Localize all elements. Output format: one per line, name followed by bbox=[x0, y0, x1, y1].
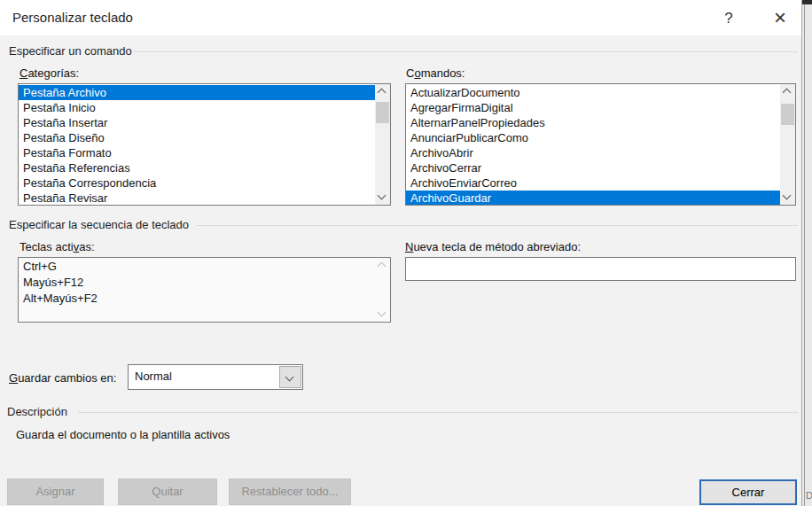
commands-rows: ActualizarDocumento AgregarFirmaDigital … bbox=[406, 85, 780, 206]
new-key-label: Nueva tecla de método abreviado: bbox=[405, 240, 581, 253]
description-text: Guarda el documento o la plantilla activ… bbox=[16, 428, 230, 441]
list-item[interactable]: Pestaña Insertar bbox=[19, 115, 375, 130]
list-item[interactable]: ArchivoCerrar bbox=[406, 160, 780, 175]
list-item[interactable]: Pestaña Formato bbox=[19, 145, 375, 160]
remove-button[interactable]: Quitar bbox=[118, 479, 217, 505]
label-accel: N bbox=[405, 240, 413, 253]
categories-scrollbar[interactable] bbox=[375, 84, 390, 205]
label-text: C bbox=[406, 66, 414, 80]
list-item[interactable]: Pestaña Correspondencia bbox=[19, 175, 375, 191]
list-item[interactable]: Ctrl+G bbox=[19, 259, 375, 275]
categories-rows: Pestaña Archivo Pestaña Inicio Pestaña I… bbox=[19, 85, 375, 206]
active-keys-scrollbar[interactable] bbox=[375, 258, 390, 322]
label-accel: C bbox=[20, 66, 27, 80]
list-item[interactable]: AgregarFirmaDigital bbox=[406, 100, 780, 115]
scrollbar-thumb[interactable] bbox=[376, 102, 389, 123]
scroll-up-icon[interactable] bbox=[780, 84, 795, 99]
categories-list: Pestaña Archivo Pestaña Inicio Pestaña I… bbox=[18, 83, 391, 206]
chevron-up-icon bbox=[378, 89, 386, 97]
list-item[interactable]: ArchivoGuardar bbox=[406, 191, 780, 206]
list-item[interactable]: ArchivoAbrir bbox=[406, 145, 780, 160]
active-keys-rows: Ctrl+G Mayús+F12 Alt+Mayús+F2 bbox=[19, 259, 375, 307]
chevron-down-icon bbox=[378, 308, 386, 317]
list-item[interactable]: AlternarPanelPropiedades bbox=[406, 115, 780, 130]
section-heading-command: Especificar un comando bbox=[9, 44, 132, 58]
list-item[interactable]: Pestaña Revisar bbox=[19, 191, 375, 206]
save-in-combobox[interactable]: Normal bbox=[128, 364, 303, 390]
scroll-down-icon[interactable] bbox=[780, 190, 795, 205]
section-divider bbox=[197, 225, 798, 226]
background-vertical-line bbox=[804, 0, 805, 506]
chevron-down-icon bbox=[783, 191, 792, 200]
section-divider bbox=[78, 412, 798, 413]
scroll-up-icon[interactable] bbox=[375, 84, 390, 99]
list-item[interactable]: Mayús+F12 bbox=[19, 275, 375, 291]
list-item[interactable]: Pestaña Referencias bbox=[19, 160, 375, 175]
chevron-down-icon bbox=[285, 373, 294, 382]
save-in-label: Guardar cambios en: bbox=[9, 371, 116, 385]
label-text: mandos: bbox=[421, 66, 465, 80]
list-item[interactable]: Pestaña Diseño bbox=[19, 130, 375, 145]
list-item[interactable]: ArchivoEnviarCorreo bbox=[406, 175, 780, 191]
section-heading-description: Descripción bbox=[7, 405, 67, 418]
scroll-down-icon[interactable] bbox=[375, 190, 390, 205]
label-text: ueva tecla de método abreviado: bbox=[413, 240, 581, 253]
label-text: ategorías: bbox=[27, 66, 79, 80]
combobox-value: Normal bbox=[135, 370, 172, 383]
combobox-dropdown-button[interactable] bbox=[279, 366, 301, 388]
new-shortcut-input[interactable] bbox=[405, 257, 796, 281]
list-item[interactable]: Pestaña Archivo bbox=[19, 85, 375, 100]
chevron-down-icon bbox=[378, 191, 386, 200]
scrollbar-thumb[interactable] bbox=[781, 104, 794, 125]
commands-list: ActualizarDocumento AgregarFirmaDigital … bbox=[405, 83, 796, 206]
label-accel: o bbox=[414, 66, 420, 80]
scroll-down-icon[interactable] bbox=[375, 307, 390, 322]
reset-all-button[interactable]: Restablecer todo... bbox=[229, 479, 351, 505]
list-item[interactable]: Alt+Mayús+F2 bbox=[19, 291, 375, 307]
scroll-up-icon[interactable] bbox=[375, 258, 390, 273]
list-item[interactable]: AnunciarPublicarComo bbox=[406, 130, 780, 145]
list-item[interactable]: Pestaña Inicio bbox=[19, 100, 375, 115]
title-bar: Personalizar teclado ? × bbox=[0, 0, 801, 35]
label-text: Teclas acti bbox=[20, 240, 74, 253]
categories-label: Categorías: bbox=[20, 66, 79, 80]
background-text-fragment: D bbox=[806, 490, 812, 501]
close-button[interactable]: Cerrar bbox=[699, 479, 797, 505]
customize-keyboard-dialog: Personalizar teclado ? × Especificar un … bbox=[0, 0, 802, 506]
help-icon[interactable]: ? bbox=[716, 6, 741, 31]
assign-button[interactable]: Asignar bbox=[7, 479, 104, 505]
chevron-up-icon bbox=[378, 262, 386, 271]
list-item[interactable]: ActualizarDocumento bbox=[406, 85, 780, 100]
current-keys-label: Teclas activas: bbox=[20, 240, 95, 253]
section-divider bbox=[133, 51, 798, 52]
screen: D Personalizar teclado ? × Especificar u… bbox=[0, 0, 812, 506]
chevron-up-icon bbox=[783, 89, 792, 97]
label-text: as: bbox=[79, 240, 94, 253]
label-accel: G bbox=[9, 371, 18, 385]
label-text: uardar cambios en: bbox=[18, 371, 116, 385]
close-icon[interactable]: × bbox=[764, 4, 796, 32]
active-keys-list: Ctrl+G Mayús+F12 Alt+Mayús+F2 bbox=[18, 257, 391, 323]
section-heading-sequence: Especificar la secuencia de teclado bbox=[9, 218, 189, 231]
dialog-title: Personalizar teclado bbox=[12, 10, 133, 25]
commands-scrollbar[interactable] bbox=[780, 84, 795, 205]
commands-label: Comandos: bbox=[406, 66, 465, 80]
